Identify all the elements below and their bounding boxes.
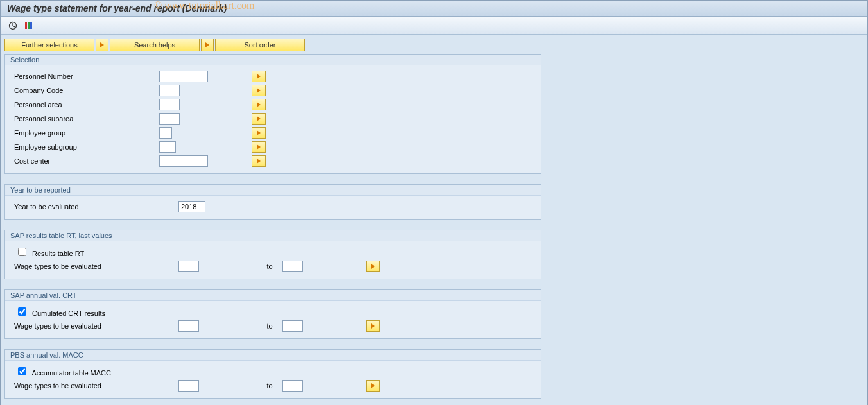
- label-crt-wage-types: Wage types to be evaluated: [12, 322, 178, 330]
- input-macc-wage-to[interactable]: [282, 380, 303, 392]
- multiple-selection-cost-center[interactable]: [252, 155, 266, 167]
- row-company-code: Company Code: [12, 83, 534, 98]
- arrow-right-icon: [257, 130, 261, 135]
- arrow-right-icon: [371, 323, 375, 329]
- content-shell: Further selections Search helps Sort ord…: [1, 35, 867, 405]
- multiple-selection-company-code[interactable]: [252, 85, 266, 96]
- input-rt-wage-to[interactable]: [282, 261, 303, 272]
- label-crt-to: to: [257, 322, 282, 330]
- label-company-code: Company Code: [12, 87, 159, 94]
- input-cost-center[interactable]: [159, 155, 208, 167]
- label-cost-center: Cost center: [12, 157, 159, 165]
- page-title: Wage type statement for year-end report …: [7, 3, 227, 13]
- title-bar: Wage type statement for year-end report …: [1, 1, 867, 17]
- row-personnel-number: Personnel Number: [12, 69, 534, 83]
- multiple-selection-personnel-subarea[interactable]: [252, 113, 266, 125]
- row-personnel-area: Personnel area: [12, 98, 534, 112]
- multiple-selection-rt-wage[interactable]: [366, 261, 380, 272]
- multiple-selection-macc-wage[interactable]: [366, 380, 380, 392]
- app-window: Wage type statement for year-end report …: [0, 0, 868, 405]
- checkbox-accumulator-macc-label: Accumulator table MACC: [31, 369, 111, 377]
- group-crt-body: Cumulated CRT results Wage types to be e…: [5, 301, 541, 338]
- input-personnel-subarea[interactable]: [159, 113, 180, 125]
- row-macc-checkbox: Accumulator table MACC: [12, 365, 534, 379]
- label-employee-subgroup: Employee subgroup: [12, 143, 159, 151]
- arrow-right-icon: [257, 144, 261, 150]
- arrow-right-icon: [100, 42, 104, 47]
- group-year-reported: Year to be reported Year to be evaluated: [4, 184, 541, 220]
- row-employee-subgroup: Employee subgroup: [12, 140, 534, 154]
- checkbox-accumulator-macc[interactable]: [18, 367, 26, 375]
- label-macc-to: to: [257, 382, 282, 390]
- multiple-selection-employee-subgroup[interactable]: [252, 141, 266, 153]
- group-crt-title: SAP annual val. CRT: [5, 290, 541, 301]
- arrow-right-icon: [257, 116, 261, 121]
- label-rt-wage-types: Wage types to be evaluated: [12, 263, 178, 270]
- group-selection-body: Personnel Number Company Code Personnel …: [5, 65, 541, 173]
- svg-rect-2: [28, 22, 30, 29]
- further-selections-button[interactable]: Further selections: [4, 39, 94, 51]
- input-year-evaluated[interactable]: [178, 201, 205, 212]
- input-personnel-number[interactable]: [159, 71, 208, 82]
- group-year-reported-title: Year to be reported: [5, 185, 541, 196]
- group-rt-body: Results table RT Wage types to be evalua…: [5, 241, 541, 279]
- label-personnel-subarea: Personnel subarea: [12, 115, 159, 123]
- multiple-selection-personnel-area[interactable]: [252, 99, 266, 110]
- row-crt-checkbox: Cumulated CRT results: [12, 305, 534, 319]
- group-rt-title: SAP results table RT, last values: [5, 230, 541, 241]
- input-employee-group[interactable]: [159, 127, 172, 139]
- variant-icon[interactable]: [22, 20, 34, 31]
- crt-checkbox-wrap: Cumulated CRT results: [12, 307, 159, 317]
- sort-order-button[interactable]: Sort order: [215, 39, 305, 51]
- label-rt-to: to: [257, 263, 282, 270]
- arrow-right-icon: [257, 88, 261, 93]
- row-employee-group: Employee group: [12, 126, 534, 140]
- input-crt-wage-to[interactable]: [282, 320, 303, 332]
- multiple-selection-personnel-number[interactable]: [252, 71, 266, 82]
- group-selection-title: Selection: [5, 55, 541, 65]
- input-rt-wage-from[interactable]: [178, 261, 199, 272]
- rt-checkbox-wrap: Results table RT: [12, 248, 159, 257]
- content-scroll[interactable]: Further selections Search helps Sort ord…: [1, 35, 867, 405]
- label-year-evaluated: Year to be evaluated: [12, 203, 178, 211]
- input-company-code[interactable]: [159, 85, 180, 96]
- row-personnel-subarea: Personnel subarea: [12, 112, 534, 126]
- svg-rect-3: [30, 22, 32, 29]
- arrow-right-icon: [205, 42, 209, 47]
- input-macc-wage-from[interactable]: [178, 380, 199, 392]
- row-year-evaluated: Year to be evaluated: [12, 200, 534, 214]
- row-rt-checkbox: Results table RT: [12, 245, 534, 259]
- label-employee-group: Employee group: [12, 129, 159, 137]
- macc-checkbox-wrap: Accumulator table MACC: [12, 367, 159, 377]
- group-crt: SAP annual val. CRT Cumulated CRT result…: [4, 289, 541, 339]
- row-rt-wage-types: Wage types to be evaluated to: [12, 259, 534, 273]
- group-macc-title: PBS annual val. MACC: [5, 350, 541, 361]
- group-selection: Selection Personnel Number Company Code: [4, 54, 541, 174]
- input-personnel-area[interactable]: [159, 99, 180, 110]
- sort-order-arrow[interactable]: [201, 39, 214, 51]
- row-macc-wage-types: Wage types to be evaluated to: [12, 379, 534, 393]
- input-employee-subgroup[interactable]: [159, 141, 176, 153]
- checkbox-results-table-rt[interactable]: [18, 248, 26, 256]
- checkbox-cumulated-crt-label: Cumulated CRT results: [32, 309, 105, 317]
- multiple-selection-employee-group[interactable]: [252, 127, 266, 139]
- arrow-right-icon: [257, 159, 261, 164]
- svg-rect-1: [25, 22, 27, 29]
- app-toolbar: © www.tutorialkart.com: [1, 17, 867, 35]
- search-helps-label: Search helps: [134, 41, 175, 49]
- group-macc-body: Accumulator table MACC Wage types to be …: [5, 361, 541, 398]
- further-selections-label: Further selections: [21, 41, 77, 49]
- arrow-right-icon: [257, 102, 261, 107]
- input-crt-wage-from[interactable]: [178, 320, 199, 332]
- group-year-reported-body: Year to be evaluated: [5, 196, 541, 219]
- label-personnel-area: Personnel area: [12, 101, 159, 108]
- multiple-selection-crt-wage[interactable]: [366, 320, 380, 332]
- label-personnel-number: Personnel Number: [12, 73, 159, 80]
- selection-buttons-row: Further selections Search helps Sort ord…: [4, 39, 864, 51]
- arrow-right-icon: [257, 74, 261, 79]
- execute-icon[interactable]: [7, 20, 19, 31]
- search-helps-arrow[interactable]: [96, 39, 108, 51]
- checkbox-cumulated-crt[interactable]: [18, 307, 26, 316]
- arrow-right-icon: [371, 383, 375, 388]
- search-helps-button[interactable]: Search helps: [110, 39, 200, 51]
